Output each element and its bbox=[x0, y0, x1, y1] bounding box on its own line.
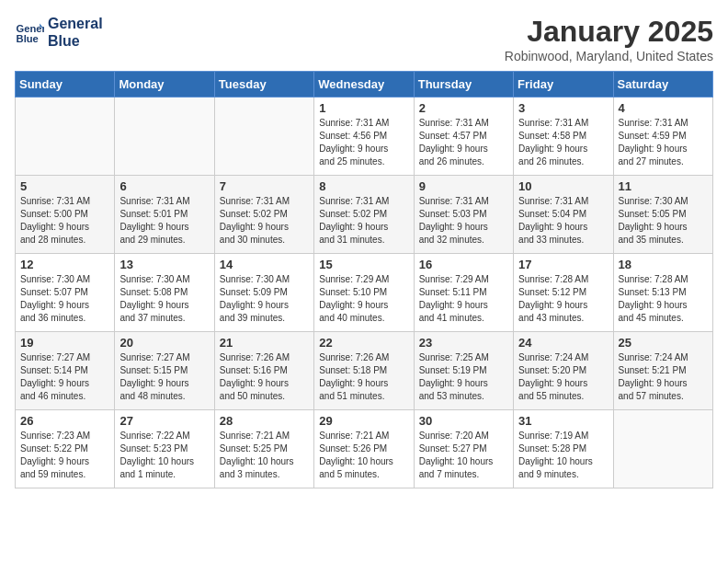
weekday-header: Friday bbox=[514, 72, 613, 98]
calendar-cell: 4Sunrise: 7:31 AM Sunset: 4:59 PM Daylig… bbox=[613, 98, 712, 176]
calendar-cell: 28Sunrise: 7:21 AM Sunset: 5:25 PM Dayli… bbox=[214, 410, 313, 488]
weekday-header: Monday bbox=[115, 72, 214, 98]
calendar-cell: 5Sunrise: 7:31 AM Sunset: 5:00 PM Daylig… bbox=[16, 176, 115, 254]
day-number: 6 bbox=[119, 179, 209, 193]
weekday-header: Wednesday bbox=[314, 72, 414, 98]
day-info: Sunrise: 7:24 AM Sunset: 5:20 PM Dayligh… bbox=[518, 351, 608, 403]
calendar-cell: 8Sunrise: 7:31 AM Sunset: 5:02 PM Daylig… bbox=[314, 176, 414, 254]
day-info: Sunrise: 7:20 AM Sunset: 5:27 PM Dayligh… bbox=[419, 430, 508, 481]
calendar-cell: 26Sunrise: 7:23 AM Sunset: 5:22 PM Dayli… bbox=[16, 410, 115, 488]
calendar-cell: 9Sunrise: 7:31 AM Sunset: 5:03 PM Daylig… bbox=[414, 176, 513, 254]
calendar-cell: 15Sunrise: 7:29 AM Sunset: 5:10 PM Dayli… bbox=[314, 254, 414, 332]
day-number: 30 bbox=[419, 414, 508, 428]
day-number: 24 bbox=[518, 336, 608, 350]
day-info: Sunrise: 7:31 AM Sunset: 5:04 PM Dayligh… bbox=[518, 195, 608, 247]
calendar-cell bbox=[115, 98, 214, 176]
calendar-cell: 31Sunrise: 7:19 AM Sunset: 5:28 PM Dayli… bbox=[514, 410, 613, 488]
calendar-cell: 23Sunrise: 7:25 AM Sunset: 5:19 PM Dayli… bbox=[414, 332, 513, 410]
header: General Blue GeneralBlue January 2025 Ro… bbox=[15, 15, 713, 63]
day-number: 29 bbox=[319, 414, 408, 428]
day-number: 12 bbox=[20, 258, 109, 271]
calendar-cell: 14Sunrise: 7:30 AM Sunset: 5:09 PM Dayli… bbox=[214, 254, 313, 332]
day-info: Sunrise: 7:24 AM Sunset: 5:21 PM Dayligh… bbox=[619, 351, 708, 403]
day-info: Sunrise: 7:30 AM Sunset: 5:09 PM Dayligh… bbox=[220, 273, 309, 325]
day-info: Sunrise: 7:27 AM Sunset: 5:14 PM Dayligh… bbox=[20, 351, 109, 403]
day-info: Sunrise: 7:28 AM Sunset: 5:13 PM Dayligh… bbox=[619, 273, 708, 325]
day-number: 18 bbox=[619, 258, 708, 271]
day-number: 31 bbox=[518, 414, 608, 428]
day-number: 25 bbox=[619, 336, 708, 350]
day-number: 3 bbox=[518, 101, 608, 115]
day-number: 26 bbox=[20, 414, 109, 428]
calendar-cell: 18Sunrise: 7:28 AM Sunset: 5:13 PM Dayli… bbox=[613, 254, 712, 332]
calendar-cell bbox=[16, 98, 115, 176]
day-number: 7 bbox=[220, 179, 309, 193]
calendar-cell bbox=[613, 410, 712, 488]
calendar-cell: 29Sunrise: 7:21 AM Sunset: 5:26 PM Dayli… bbox=[314, 410, 414, 488]
day-number: 22 bbox=[319, 336, 408, 350]
calendar-cell: 20Sunrise: 7:27 AM Sunset: 5:15 PM Dayli… bbox=[115, 332, 214, 410]
weekday-header: Thursday bbox=[414, 72, 513, 98]
day-info: Sunrise: 7:30 AM Sunset: 5:05 PM Dayligh… bbox=[619, 195, 708, 247]
day-info: Sunrise: 7:23 AM Sunset: 5:22 PM Dayligh… bbox=[20, 430, 109, 481]
day-info: Sunrise: 7:31 AM Sunset: 5:00 PM Dayligh… bbox=[20, 195, 109, 247]
logo-icon: General Blue bbox=[15, 17, 44, 47]
day-info: Sunrise: 7:21 AM Sunset: 5:25 PM Dayligh… bbox=[220, 430, 309, 481]
day-number: 15 bbox=[319, 258, 408, 271]
day-info: Sunrise: 7:31 AM Sunset: 5:03 PM Dayligh… bbox=[419, 195, 508, 247]
calendar-cell: 3Sunrise: 7:31 AM Sunset: 4:58 PM Daylig… bbox=[514, 98, 613, 176]
day-number: 27 bbox=[119, 414, 209, 428]
calendar-cell: 12Sunrise: 7:30 AM Sunset: 5:07 PM Dayli… bbox=[16, 254, 115, 332]
calendar-cell: 2Sunrise: 7:31 AM Sunset: 4:57 PM Daylig… bbox=[414, 98, 513, 176]
calendar-cell: 10Sunrise: 7:31 AM Sunset: 5:04 PM Dayli… bbox=[514, 176, 613, 254]
calendar-cell: 1Sunrise: 7:31 AM Sunset: 4:56 PM Daylig… bbox=[314, 98, 414, 176]
month-title: January 2025 bbox=[505, 15, 713, 49]
logo: General Blue GeneralBlue bbox=[15, 15, 103, 50]
calendar-week-row: 5Sunrise: 7:31 AM Sunset: 5:00 PM Daylig… bbox=[16, 176, 713, 254]
location: Robinwood, Maryland, United States bbox=[505, 49, 713, 63]
calendar-cell: 6Sunrise: 7:31 AM Sunset: 5:01 PM Daylig… bbox=[115, 176, 214, 254]
calendar-cell: 19Sunrise: 7:27 AM Sunset: 5:14 PM Dayli… bbox=[16, 332, 115, 410]
day-info: Sunrise: 7:31 AM Sunset: 5:02 PM Dayligh… bbox=[220, 195, 309, 247]
calendar-cell: 22Sunrise: 7:26 AM Sunset: 5:18 PM Dayli… bbox=[314, 332, 414, 410]
day-info: Sunrise: 7:27 AM Sunset: 5:15 PM Dayligh… bbox=[119, 351, 209, 403]
day-info: Sunrise: 7:31 AM Sunset: 4:59 PM Dayligh… bbox=[619, 117, 708, 168]
day-number: 21 bbox=[220, 336, 309, 350]
day-number: 23 bbox=[419, 336, 508, 350]
day-info: Sunrise: 7:26 AM Sunset: 5:16 PM Dayligh… bbox=[220, 351, 309, 403]
day-info: Sunrise: 7:29 AM Sunset: 5:11 PM Dayligh… bbox=[419, 273, 508, 325]
day-number: 5 bbox=[20, 179, 109, 193]
logo-text: GeneralBlue bbox=[48, 15, 103, 50]
calendar-week-row: 26Sunrise: 7:23 AM Sunset: 5:22 PM Dayli… bbox=[16, 410, 713, 488]
calendar-cell: 13Sunrise: 7:30 AM Sunset: 5:08 PM Dayli… bbox=[115, 254, 214, 332]
day-info: Sunrise: 7:31 AM Sunset: 5:02 PM Dayligh… bbox=[319, 195, 408, 247]
day-number: 16 bbox=[419, 258, 508, 271]
day-number: 19 bbox=[20, 336, 109, 350]
day-number: 4 bbox=[619, 101, 708, 115]
calendar-cell: 30Sunrise: 7:20 AM Sunset: 5:27 PM Dayli… bbox=[414, 410, 513, 488]
calendar-cell: 17Sunrise: 7:28 AM Sunset: 5:12 PM Dayli… bbox=[514, 254, 613, 332]
calendar-week-row: 19Sunrise: 7:27 AM Sunset: 5:14 PM Dayli… bbox=[16, 332, 713, 410]
calendar-cell: 27Sunrise: 7:22 AM Sunset: 5:23 PM Dayli… bbox=[115, 410, 214, 488]
day-info: Sunrise: 7:26 AM Sunset: 5:18 PM Dayligh… bbox=[319, 351, 408, 403]
calendar-cell: 16Sunrise: 7:29 AM Sunset: 5:11 PM Dayli… bbox=[414, 254, 513, 332]
calendar-cell bbox=[214, 98, 313, 176]
weekday-header: Sunday bbox=[16, 72, 115, 98]
day-number: 14 bbox=[220, 258, 309, 271]
day-number: 20 bbox=[119, 336, 209, 350]
weekday-header: Tuesday bbox=[214, 72, 313, 98]
day-number: 13 bbox=[119, 258, 209, 271]
day-number: 28 bbox=[220, 414, 309, 428]
day-info: Sunrise: 7:31 AM Sunset: 5:01 PM Dayligh… bbox=[119, 195, 209, 247]
day-info: Sunrise: 7:30 AM Sunset: 5:07 PM Dayligh… bbox=[20, 273, 109, 325]
day-info: Sunrise: 7:31 AM Sunset: 4:57 PM Dayligh… bbox=[419, 117, 508, 168]
calendar-cell: 21Sunrise: 7:26 AM Sunset: 5:16 PM Dayli… bbox=[214, 332, 313, 410]
calendar-cell: 24Sunrise: 7:24 AM Sunset: 5:20 PM Dayli… bbox=[514, 332, 613, 410]
calendar-week-row: 12Sunrise: 7:30 AM Sunset: 5:07 PM Dayli… bbox=[16, 254, 713, 332]
day-info: Sunrise: 7:19 AM Sunset: 5:28 PM Dayligh… bbox=[518, 430, 608, 481]
svg-text:Blue: Blue bbox=[17, 33, 39, 44]
day-number: 11 bbox=[619, 179, 708, 193]
day-number: 2 bbox=[419, 101, 508, 115]
day-info: Sunrise: 7:29 AM Sunset: 5:10 PM Dayligh… bbox=[319, 273, 408, 325]
day-info: Sunrise: 7:22 AM Sunset: 5:23 PM Dayligh… bbox=[119, 430, 209, 481]
